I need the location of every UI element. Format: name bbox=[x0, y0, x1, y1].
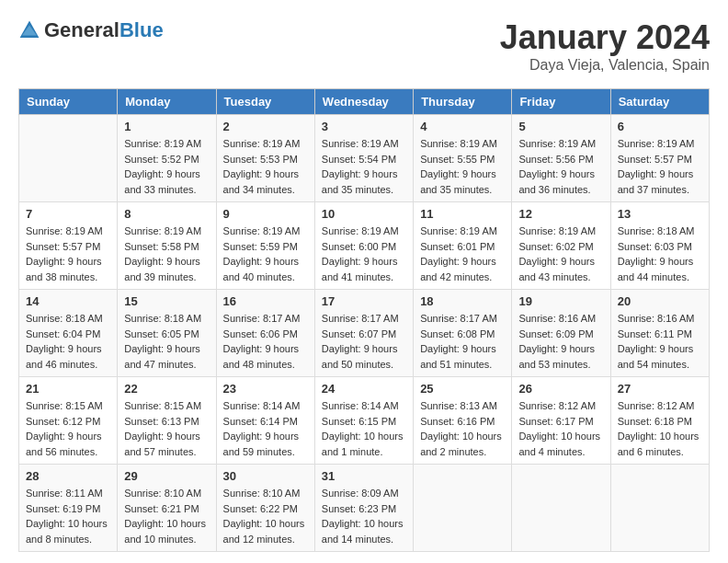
day-cell: 9Sunrise: 8:19 AM Sunset: 5:59 PM Daylig… bbox=[216, 202, 314, 290]
weekday-header-row: SundayMondayTuesdayWednesdayThursdayFrid… bbox=[19, 89, 710, 115]
day-info: Sunrise: 8:13 AM Sunset: 6:16 PM Dayligh… bbox=[420, 398, 505, 459]
day-cell: 28Sunrise: 8:11 AM Sunset: 6:19 PM Dayli… bbox=[19, 465, 118, 552]
day-cell: 1Sunrise: 8:19 AM Sunset: 5:52 PM Daylig… bbox=[118, 115, 216, 202]
day-number: 1 bbox=[124, 120, 209, 133]
week-row-1: 1Sunrise: 8:19 AM Sunset: 5:52 PM Daylig… bbox=[19, 115, 710, 202]
day-number: 24 bbox=[322, 382, 406, 396]
day-cell: 6Sunrise: 8:19 AM Sunset: 5:57 PM Daylig… bbox=[610, 115, 709, 202]
day-number: 23 bbox=[223, 382, 308, 396]
title-block: January 2024 Daya Vieja, Valencia, Spain bbox=[500, 18, 710, 74]
day-info: Sunrise: 8:19 AM Sunset: 6:01 PM Dayligh… bbox=[420, 224, 505, 284]
week-row-4: 21Sunrise: 8:15 AM Sunset: 6:12 PM Dayli… bbox=[19, 377, 710, 465]
day-cell: 10Sunrise: 8:19 AM Sunset: 6:00 PM Dayli… bbox=[314, 202, 413, 290]
day-number: 7 bbox=[26, 207, 110, 221]
day-cell bbox=[512, 465, 610, 552]
day-info: Sunrise: 8:14 AM Sunset: 6:14 PM Dayligh… bbox=[223, 398, 308, 459]
day-cell: 22Sunrise: 8:15 AM Sunset: 6:13 PM Dayli… bbox=[118, 377, 216, 465]
day-number: 13 bbox=[618, 207, 702, 221]
day-number: 12 bbox=[518, 207, 603, 221]
day-cell: 30Sunrise: 8:10 AM Sunset: 6:22 PM Dayli… bbox=[216, 465, 314, 552]
day-number: 3 bbox=[322, 120, 406, 133]
day-cell: 14Sunrise: 8:18 AM Sunset: 6:04 PM Dayli… bbox=[19, 290, 118, 377]
day-number: 10 bbox=[322, 207, 406, 221]
weekday-header-tuesday: Tuesday bbox=[216, 89, 314, 115]
day-info: Sunrise: 8:17 AM Sunset: 6:06 PM Dayligh… bbox=[223, 311, 308, 372]
day-number: 2 bbox=[223, 120, 308, 133]
day-number: 30 bbox=[223, 469, 308, 483]
day-info: Sunrise: 8:17 AM Sunset: 6:07 PM Dayligh… bbox=[322, 311, 406, 372]
day-info: Sunrise: 8:10 AM Sunset: 6:21 PM Dayligh… bbox=[124, 486, 209, 546]
day-cell: 20Sunrise: 8:16 AM Sunset: 6:11 PM Dayli… bbox=[610, 290, 709, 377]
week-row-3: 14Sunrise: 8:18 AM Sunset: 6:04 PM Dayli… bbox=[19, 290, 710, 377]
day-cell: 17Sunrise: 8:17 AM Sunset: 6:07 PM Dayli… bbox=[314, 290, 413, 377]
day-info: Sunrise: 8:15 AM Sunset: 6:13 PM Dayligh… bbox=[124, 398, 209, 459]
weekday-header-sunday: Sunday bbox=[19, 89, 118, 115]
day-number: 15 bbox=[124, 294, 209, 308]
day-number: 19 bbox=[518, 294, 603, 308]
day-info: Sunrise: 8:11 AM Sunset: 6:19 PM Dayligh… bbox=[26, 486, 110, 546]
day-cell: 27Sunrise: 8:12 AM Sunset: 6:18 PM Dayli… bbox=[610, 377, 709, 465]
day-cell: 11Sunrise: 8:19 AM Sunset: 6:01 PM Dayli… bbox=[414, 202, 512, 290]
day-cell: 19Sunrise: 8:16 AM Sunset: 6:09 PM Dayli… bbox=[512, 290, 610, 377]
day-info: Sunrise: 8:19 AM Sunset: 5:57 PM Dayligh… bbox=[26, 224, 110, 284]
day-number: 27 bbox=[618, 382, 702, 396]
day-number: 16 bbox=[223, 294, 308, 308]
day-number: 21 bbox=[26, 382, 110, 396]
day-cell: 31Sunrise: 8:09 AM Sunset: 6:23 PM Dayli… bbox=[314, 465, 413, 552]
day-info: Sunrise: 8:18 AM Sunset: 6:04 PM Dayligh… bbox=[26, 311, 110, 372]
month-title: January 2024 bbox=[500, 18, 710, 57]
day-info: Sunrise: 8:17 AM Sunset: 6:08 PM Dayligh… bbox=[420, 311, 505, 372]
day-cell: 21Sunrise: 8:15 AM Sunset: 6:12 PM Dayli… bbox=[19, 377, 118, 465]
logo: GeneralBlue bbox=[18, 18, 164, 42]
day-number: 25 bbox=[420, 382, 505, 396]
day-cell: 8Sunrise: 8:19 AM Sunset: 5:58 PM Daylig… bbox=[118, 202, 216, 290]
week-row-2: 7Sunrise: 8:19 AM Sunset: 5:57 PM Daylig… bbox=[19, 202, 710, 290]
day-number: 26 bbox=[518, 382, 603, 396]
weekday-header-thursday: Thursday bbox=[414, 89, 512, 115]
day-number: 31 bbox=[322, 469, 406, 483]
day-cell: 23Sunrise: 8:14 AM Sunset: 6:14 PM Dayli… bbox=[216, 377, 314, 465]
day-cell: 13Sunrise: 8:18 AM Sunset: 6:03 PM Dayli… bbox=[610, 202, 709, 290]
weekday-header-friday: Friday bbox=[512, 89, 610, 115]
weekday-header-saturday: Saturday bbox=[610, 89, 709, 115]
day-cell bbox=[414, 465, 512, 552]
day-info: Sunrise: 8:16 AM Sunset: 6:09 PM Dayligh… bbox=[518, 311, 603, 372]
day-cell bbox=[19, 115, 118, 202]
day-info: Sunrise: 8:10 AM Sunset: 6:22 PM Dayligh… bbox=[223, 486, 308, 546]
logo-icon bbox=[18, 19, 40, 41]
logo-general: General bbox=[44, 18, 119, 41]
day-info: Sunrise: 8:19 AM Sunset: 5:56 PM Dayligh… bbox=[518, 136, 603, 197]
day-number: 5 bbox=[518, 120, 603, 133]
page-header: GeneralBlue January 2024 Daya Vieja, Val… bbox=[18, 18, 710, 74]
day-cell: 12Sunrise: 8:19 AM Sunset: 6:02 PM Dayli… bbox=[512, 202, 610, 290]
day-cell: 24Sunrise: 8:14 AM Sunset: 6:15 PM Dayli… bbox=[314, 377, 413, 465]
day-cell bbox=[610, 465, 709, 552]
day-cell: 2Sunrise: 8:19 AM Sunset: 5:53 PM Daylig… bbox=[216, 115, 314, 202]
day-cell: 26Sunrise: 8:12 AM Sunset: 6:17 PM Dayli… bbox=[512, 377, 610, 465]
day-number: 14 bbox=[26, 294, 110, 308]
day-number: 22 bbox=[124, 382, 209, 396]
calendar-table: SundayMondayTuesdayWednesdayThursdayFrid… bbox=[18, 88, 710, 552]
day-cell: 7Sunrise: 8:19 AM Sunset: 5:57 PM Daylig… bbox=[19, 202, 118, 290]
day-info: Sunrise: 8:12 AM Sunset: 6:17 PM Dayligh… bbox=[518, 398, 603, 459]
day-info: Sunrise: 8:09 AM Sunset: 6:23 PM Dayligh… bbox=[322, 486, 406, 546]
location-title: Daya Vieja, Valencia, Spain bbox=[500, 57, 710, 74]
weekday-header-monday: Monday bbox=[118, 89, 216, 115]
day-info: Sunrise: 8:19 AM Sunset: 6:00 PM Dayligh… bbox=[322, 224, 406, 284]
day-info: Sunrise: 8:18 AM Sunset: 6:05 PM Dayligh… bbox=[124, 311, 209, 372]
day-info: Sunrise: 8:19 AM Sunset: 5:55 PM Dayligh… bbox=[420, 136, 505, 197]
day-info: Sunrise: 8:19 AM Sunset: 5:52 PM Dayligh… bbox=[124, 136, 209, 197]
weekday-header-wednesday: Wednesday bbox=[314, 89, 413, 115]
day-number: 17 bbox=[322, 294, 406, 308]
day-number: 18 bbox=[420, 294, 505, 308]
day-info: Sunrise: 8:19 AM Sunset: 5:59 PM Dayligh… bbox=[223, 224, 308, 284]
day-cell: 15Sunrise: 8:18 AM Sunset: 6:05 PM Dayli… bbox=[118, 290, 216, 377]
week-row-5: 28Sunrise: 8:11 AM Sunset: 6:19 PM Dayli… bbox=[19, 465, 710, 552]
logo-blue: Blue bbox=[119, 18, 164, 41]
day-info: Sunrise: 8:19 AM Sunset: 5:54 PM Dayligh… bbox=[322, 136, 406, 197]
day-info: Sunrise: 8:12 AM Sunset: 6:18 PM Dayligh… bbox=[618, 398, 702, 459]
day-number: 9 bbox=[223, 207, 308, 221]
day-info: Sunrise: 8:16 AM Sunset: 6:11 PM Dayligh… bbox=[618, 311, 702, 372]
day-cell: 18Sunrise: 8:17 AM Sunset: 6:08 PM Dayli… bbox=[414, 290, 512, 377]
day-number: 29 bbox=[124, 469, 209, 483]
